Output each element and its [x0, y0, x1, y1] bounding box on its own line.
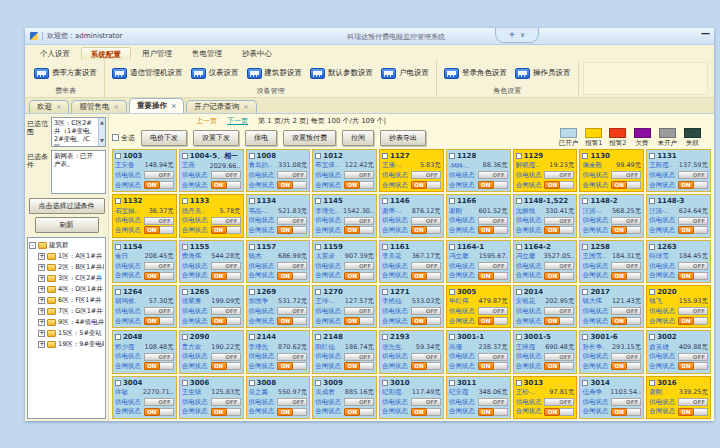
supply-off-toggle[interactable]: OFF: [544, 217, 574, 225]
supply-off-toggle[interactable]: OFF: [211, 307, 241, 315]
gate-on-toggle[interactable]: ON: [478, 226, 508, 234]
gate-on-toggle[interactable]: ON: [478, 362, 508, 370]
card-checkbox[interactable]: [115, 198, 121, 204]
gate-on-toggle[interactable]: ON: [478, 408, 508, 416]
ribbon-tab-售电管理[interactable]: 售电管理: [183, 47, 231, 60]
meter-card[interactable]: 3005毕红伟479.87元供电状态OFF合闸状态ON: [446, 285, 511, 328]
card-checkbox[interactable]: [516, 289, 522, 295]
card-checkbox[interactable]: [449, 289, 455, 295]
card-checkbox[interactable]: [449, 380, 455, 386]
meter-card[interactable]: 3009吴成君885.16元供电状态OFF合闸状态ON: [312, 376, 377, 419]
meter-card[interactable]: 2014安银花202.95元供电状态OFF合闸状态ON: [513, 285, 578, 328]
card-checkbox[interactable]: [582, 198, 588, 204]
supply-off-toggle[interactable]: OFF: [611, 307, 641, 315]
tree-item[interactable]: +9区：4#值电井（4#值…: [29, 317, 104, 328]
card-checkbox[interactable]: [516, 380, 522, 386]
supply-off-toggle[interactable]: OFF: [611, 217, 641, 225]
card-checkbox[interactable]: [115, 334, 121, 340]
gate-on-toggle[interactable]: ON: [678, 317, 708, 325]
card-checkbox[interactable]: [315, 334, 321, 340]
card-checkbox[interactable]: [315, 380, 321, 386]
supply-off-toggle[interactable]: OFF: [144, 217, 174, 225]
supply-off-toggle[interactable]: OFF: [144, 307, 174, 315]
card-checkbox[interactable]: [182, 244, 188, 250]
card-checkbox[interactable]: [249, 153, 255, 159]
doc-tab-重要操作[interactable]: 重要操作×: [129, 98, 184, 113]
toolbar-button-设置预付费[interactable]: 设置预付费: [283, 130, 336, 146]
card-checkbox[interactable]: [649, 153, 655, 159]
card-checkbox[interactable]: [516, 198, 522, 204]
gate-on-toggle[interactable]: ON: [411, 181, 441, 189]
meter-card[interactable]: 1134韦品-..521.83元供电状态OFF合闸状态ON: [246, 194, 311, 237]
supply-off-toggle[interactable]: OFF: [411, 307, 441, 315]
gate-on-toggle[interactable]: ON: [544, 317, 574, 325]
ribbon-button-操作员设置[interactable]: 操作员设置: [511, 66, 575, 81]
card-checkbox[interactable]: [449, 198, 455, 204]
supply-off-toggle[interactable]: OFF: [611, 262, 641, 270]
supply-off-toggle[interactable]: OFF: [211, 262, 241, 270]
gate-on-toggle[interactable]: ON: [678, 362, 708, 370]
choose-filter-button[interactable]: 点击选择过滤条件: [29, 198, 105, 214]
gate-on-toggle[interactable]: ON: [344, 408, 374, 416]
ribbon-tab-个人设置[interactable]: 个人设置: [31, 47, 79, 60]
gate-on-toggle[interactable]: ON: [544, 272, 574, 280]
meter-card[interactable]: 1131王殿霞..137.59元供电状态OFF合闸状态ON: [646, 149, 711, 192]
gate-on-toggle[interactable]: ON: [144, 272, 174, 280]
card-checkbox[interactable]: [249, 244, 255, 250]
supply-off-toggle[interactable]: OFF: [344, 262, 374, 270]
ribbon-button-默认参数设置[interactable]: 默认参数设置: [306, 66, 377, 81]
gate-on-toggle[interactable]: ON: [344, 317, 374, 325]
meter-card[interactable]: 1258王国雪..184.31元供电状态OFF合闸状态ON: [579, 240, 644, 283]
card-checkbox[interactable]: [182, 334, 188, 340]
meter-card[interactable]: 1155费海伟544.28元供电状态OFF合闸状态ON: [179, 240, 244, 283]
supply-off-toggle[interactable]: OFF: [211, 171, 241, 179]
gate-on-toggle[interactable]: ON: [611, 226, 641, 234]
meter-card[interactable]: 3011纪安霞348.06元供电状态OFF合闸状态ON: [446, 376, 511, 419]
meter-card[interactable]: 1146谢蒂-..876.12元供电状态OFF合闸状态ON: [379, 194, 444, 237]
gate-on-toggle[interactable]: ON: [344, 362, 374, 370]
tree-root[interactable]: -建筑群: [29, 240, 104, 251]
ribbon-button-建筑群设置[interactable]: 建筑群设置: [243, 66, 307, 81]
card-checkbox[interactable]: [516, 244, 522, 250]
card-checkbox[interactable]: [649, 334, 655, 340]
building-tree[interactable]: -建筑群+1区：A区1#井+2区：B区1#井(B区1#…+3区：C区2#井（1#…: [27, 237, 106, 419]
supply-off-toggle[interactable]: OFF: [277, 217, 307, 225]
gate-on-toggle[interactable]: ON: [411, 272, 441, 280]
supply-off-toggle[interactable]: OFF: [478, 398, 508, 406]
expand-icon[interactable]: +: [38, 341, 45, 348]
next-page-link[interactable]: 下一页: [227, 116, 248, 126]
gate-on-toggle[interactable]: ON: [144, 408, 174, 416]
ribbon-tab-系统配置[interactable]: 系统配置: [81, 47, 131, 60]
supply-off-toggle[interactable]: OFF: [544, 171, 574, 179]
supply-off-toggle[interactable]: OFF: [478, 262, 508, 270]
ribbon-tab-用户管理[interactable]: 用户管理: [133, 47, 181, 60]
gate-on-toggle[interactable]: ON: [411, 226, 441, 234]
card-checkbox[interactable]: [582, 380, 588, 386]
supply-off-toggle[interactable]: OFF: [678, 217, 708, 225]
supply-off-toggle[interactable]: OFF: [411, 171, 441, 179]
supply-off-toggle[interactable]: OFF: [544, 307, 574, 315]
doc-tab-额管售电[interactable]: 额管售电×: [71, 100, 126, 113]
meter-card[interactable]: 1148-1,522沈媚线330.41元供电状态OFF合闸状态ON: [513, 194, 578, 237]
gate-on-toggle[interactable]: ON: [544, 181, 574, 189]
expand-icon[interactable]: +: [38, 297, 45, 304]
card-checkbox[interactable]: [115, 153, 121, 159]
supply-off-toggle[interactable]: OFF: [611, 353, 641, 361]
meter-card[interactable]: 3001-1高珊238.37元供电状态OFF合闸状态ON: [446, 330, 511, 373]
supply-off-toggle[interactable]: OFF: [344, 217, 374, 225]
gate-on-toggle[interactable]: ON: [211, 226, 241, 234]
close-icon[interactable]: ×: [113, 103, 118, 111]
supply-off-toggle[interactable]: OFF: [411, 262, 441, 270]
card-checkbox[interactable]: [249, 289, 255, 295]
card-checkbox[interactable]: [382, 380, 388, 386]
meter-card[interactable]: 1008青岛韵..331.08元供电状态OFF合闸状态ON: [246, 149, 311, 192]
supply-off-toggle[interactable]: OFF: [478, 353, 508, 361]
supply-off-toggle[interactable]: OFF: [411, 353, 441, 361]
supply-off-toggle[interactable]: OFF: [411, 217, 441, 225]
meter-card[interactable]: 1130佩金殿99.49元供电状态OFF合闸状态ON: [579, 149, 644, 192]
meter-card[interactable]: 1003王安春148.94元供电状态OFF合闸状态ON: [112, 149, 177, 192]
gate-on-toggle[interactable]: ON: [411, 362, 441, 370]
card-checkbox[interactable]: [115, 380, 121, 386]
gate-on-toggle[interactable]: ON: [611, 362, 641, 370]
meter-card[interactable]: 3001-6孙长争.293.15元供电状态OFF合闸状态ON: [579, 330, 644, 373]
